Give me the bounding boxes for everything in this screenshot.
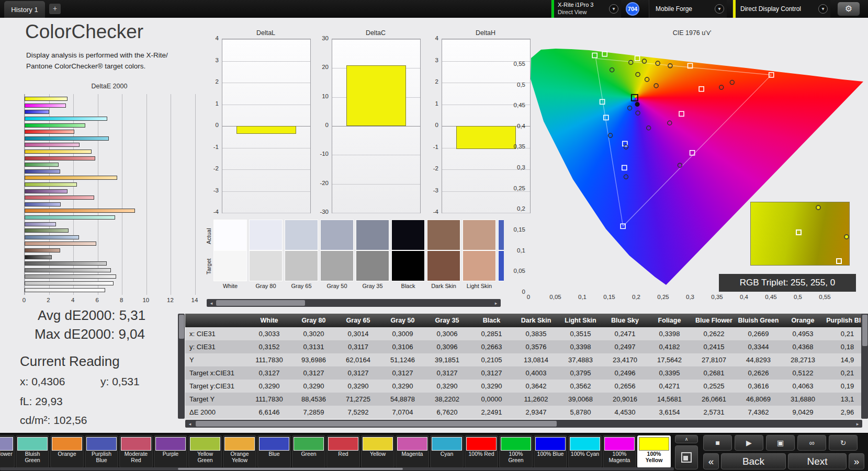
patch-button-100-blue[interactable]: 100% Blue bbox=[534, 435, 567, 468]
back-button[interactable]: Back bbox=[721, 453, 786, 469]
table-left-scrollbar[interactable] bbox=[178, 314, 185, 419]
row-header: ΔE 2000 bbox=[185, 406, 247, 419]
patch-button-cyan[interactable]: Cyan bbox=[430, 435, 464, 468]
table-cell: 111,7830 bbox=[247, 393, 291, 406]
column-header-foliage: Foliage bbox=[647, 314, 692, 327]
patch-button-moderate-red[interactable]: Moderate Red bbox=[119, 435, 153, 468]
patch-button-bluish-green[interactable]: Bluish Green bbox=[16, 435, 49, 468]
table-horizontal-scrollbar[interactable]: ◂ ▸ bbox=[185, 420, 862, 428]
refresh-button[interactable]: ↻ bbox=[829, 435, 858, 451]
swatch-target-color bbox=[285, 250, 318, 281]
table-right-scrollbar-handle[interactable] bbox=[862, 315, 867, 346]
toolbar-scrollbar-handle[interactable] bbox=[178, 468, 403, 470]
measurement-marker bbox=[647, 126, 651, 130]
gridline bbox=[222, 191, 310, 192]
table-row: ΔE 20006,61467,28597,52927,07046,76202,2… bbox=[185, 406, 868, 419]
patch-button-orange[interactable]: Orange bbox=[50, 435, 84, 468]
axis-tick-label: 2 bbox=[201, 78, 219, 85]
patch-button-yellow-green[interactable]: Yellow Green bbox=[188, 435, 222, 468]
swatch-actual-color bbox=[427, 220, 460, 250]
chevron-down-icon[interactable]: ▾ bbox=[818, 4, 828, 14]
deltae-bar-row-blue bbox=[25, 169, 195, 174]
deltae-bar-row-blue-sky bbox=[25, 235, 195, 239]
column-header-blue-flower: Blue Flower bbox=[692, 314, 736, 327]
table-left-scrollbar-handle[interactable] bbox=[179, 315, 184, 339]
column-header-gray-80: Gray 80 bbox=[291, 314, 336, 327]
target-marker bbox=[604, 115, 608, 120]
first-page-button[interactable]: « bbox=[703, 453, 719, 469]
cie-x-tick-label: 0,45 bbox=[765, 294, 776, 300]
deltae-bar-row-bluish-green bbox=[25, 215, 195, 220]
table-horizontal-scrollbar-handle[interactable] bbox=[196, 421, 557, 427]
color-swatch bbox=[397, 437, 427, 451]
next-button[interactable]: Next bbox=[788, 453, 847, 469]
column-header-white: White bbox=[247, 314, 291, 327]
pattern-window-button[interactable] bbox=[675, 445, 698, 469]
patch-button-label: Green bbox=[294, 451, 324, 457]
color-swatch bbox=[259, 437, 289, 451]
patch-button-orange-yellow[interactable]: Orange Yellow bbox=[223, 435, 256, 468]
table-cell: 37,4883 bbox=[558, 353, 603, 366]
axis-tick-label: -2 bbox=[421, 165, 438, 171]
pattern-button[interactable]: ▣ bbox=[766, 435, 795, 451]
color-swatch bbox=[466, 437, 497, 451]
axis-tick-label: -4 bbox=[421, 209, 438, 215]
page-subtitle-line2: Pantone ColorChecker® target colors. bbox=[26, 62, 145, 70]
deltae-bar bbox=[25, 130, 74, 134]
patch-button-purple[interactable]: Purple bbox=[154, 435, 187, 468]
patch-button-red[interactable]: Red bbox=[326, 435, 360, 468]
deltae-bar-row-yellow-green bbox=[25, 182, 195, 187]
patch-button-purplish-blue[interactable]: Purplish Blue bbox=[85, 435, 118, 468]
table-cell: 20,9016 bbox=[603, 393, 647, 406]
patch-button-100-yellow[interactable]: 100% Yellow bbox=[637, 435, 671, 468]
deltae-bar bbox=[25, 281, 114, 285]
patch-button-blue[interactable]: Blue bbox=[257, 435, 291, 468]
table-cell: 23,4170 bbox=[603, 353, 647, 366]
chevron-up-icon[interactable]: ∧ bbox=[675, 435, 698, 443]
patch-button-label: Purple bbox=[155, 451, 186, 457]
chevron-down-icon[interactable]: ▾ bbox=[609, 4, 618, 14]
table-cell: 0,3131 bbox=[291, 340, 336, 353]
patch-button-yellow[interactable]: Yellow bbox=[361, 435, 394, 468]
deltae-bar-row-light-skin bbox=[25, 242, 195, 246]
scroll-right-icon[interactable]: ▸ bbox=[854, 421, 861, 427]
patch-button-label: Yellow bbox=[363, 451, 393, 457]
axis-tick-label: 0 bbox=[311, 122, 329, 128]
swatch-strip: WhiteGray 80Gray 65Gray 50Gray 35BlackDa… bbox=[213, 220, 504, 293]
table-cell: 0,3033 bbox=[247, 327, 291, 340]
loop-button[interactable]: ∞ bbox=[797, 435, 826, 451]
patch-button-100-cyan[interactable]: 100% Cyan bbox=[568, 435, 602, 468]
play-button[interactable]: ▶ bbox=[735, 435, 763, 451]
stop-button[interactable]: ■ bbox=[703, 435, 732, 451]
table-cell: 0,4271 bbox=[647, 380, 692, 393]
table-cell: 0,4063 bbox=[781, 380, 825, 393]
patch-button-blue-flower[interactable]: Blue Flower bbox=[0, 435, 15, 468]
gear-icon[interactable]: ⚙ bbox=[837, 2, 860, 16]
tab-history-1[interactable]: History 1 bbox=[4, 1, 45, 18]
patch-button-label: Cyan bbox=[432, 451, 462, 457]
swatch-light-skin: Light Skin bbox=[463, 220, 496, 289]
table-right-scrollbar[interactable] bbox=[861, 314, 868, 419]
add-tab-button[interactable]: + bbox=[49, 4, 61, 14]
table-cell: 111,7830 bbox=[247, 353, 291, 366]
swatch-actual-color bbox=[356, 220, 389, 250]
toolbar-scrollbar[interactable] bbox=[0, 467, 674, 470]
color-swatch bbox=[294, 437, 324, 451]
source-dropdown[interactable]: Mobile Forge ▾ bbox=[649, 0, 727, 18]
table-cell: 0,2415 bbox=[692, 340, 736, 353]
patch-button-100-magenta[interactable]: 100% Magenta bbox=[603, 435, 636, 468]
meter-mode: Direct View bbox=[558, 9, 587, 15]
axis-tick-label: -1 bbox=[201, 144, 219, 150]
last-page-button[interactable]: » bbox=[849, 453, 864, 469]
pattern-count-badge: 704 bbox=[626, 2, 639, 16]
table-row: Target Y111,783088,453671,272554,887838,… bbox=[185, 393, 868, 406]
patch-button-100-green[interactable]: 100% Green bbox=[499, 435, 533, 468]
patch-button-100-red[interactable]: 100% Red bbox=[465, 435, 498, 468]
scroll-left-icon[interactable]: ◂ bbox=[186, 421, 194, 427]
patch-button-green[interactable]: Green bbox=[292, 435, 325, 468]
chevron-down-icon[interactable]: ▾ bbox=[715, 4, 724, 14]
meter-dropdown[interactable]: X-Rite i1Pro 3 Direct View ▾ bbox=[551, 0, 621, 18]
patch-button-magenta[interactable]: Magenta bbox=[396, 435, 429, 468]
display-control-dropdown[interactable]: Direct Display Control ▾ bbox=[732, 0, 830, 18]
deltae-bar bbox=[25, 136, 109, 141]
